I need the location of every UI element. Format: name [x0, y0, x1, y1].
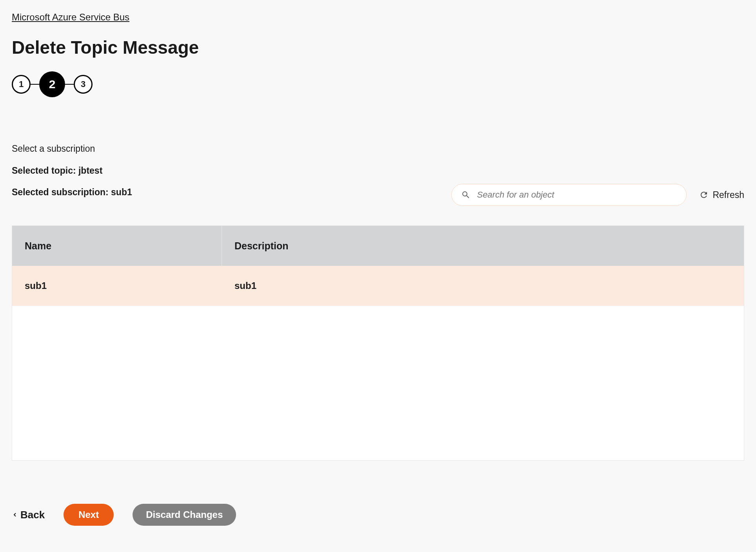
refresh-button[interactable]: Refresh	[699, 190, 744, 200]
chevron-left-icon	[12, 512, 18, 518]
info-block: Select a subscription Selected topic: jb…	[12, 140, 132, 206]
column-header-description[interactable]: Description	[222, 240, 744, 252]
selected-subscription-text: Selected subscription: sub1	[12, 184, 132, 201]
column-header-name[interactable]: Name	[12, 226, 222, 266]
refresh-icon	[699, 190, 709, 200]
step-1[interactable]: 1	[12, 75, 31, 94]
step-connector	[65, 84, 74, 85]
stepper: 1 2 3	[12, 71, 744, 97]
step-3[interactable]: 3	[74, 75, 93, 94]
table-header: Name Description	[12, 226, 744, 266]
search-input[interactable]	[477, 190, 677, 200]
page-title: Delete Topic Message	[12, 37, 744, 58]
step-2[interactable]: 2	[39, 71, 65, 97]
refresh-label: Refresh	[712, 190, 744, 200]
search-icon	[461, 190, 471, 200]
breadcrumb-link[interactable]: Microsoft Azure Service Bus	[12, 12, 129, 22]
discard-button[interactable]: Discard Changes	[133, 504, 236, 526]
step-connector	[31, 84, 39, 85]
search-box[interactable]	[451, 184, 687, 206]
instruction-text: Select a subscription	[12, 140, 132, 158]
table-row[interactable]: sub1 sub1	[12, 266, 744, 306]
back-button[interactable]: Back	[12, 509, 45, 521]
selected-topic-text: Selected topic: jbtest	[12, 162, 132, 180]
next-button[interactable]: Next	[64, 504, 114, 526]
cell-description: sub1	[222, 280, 744, 291]
subscription-table: Name Description sub1 sub1	[12, 225, 744, 461]
back-label: Back	[20, 509, 45, 521]
cell-name: sub1	[12, 266, 222, 306]
footer-buttons: Back Next Discard Changes	[12, 504, 744, 526]
